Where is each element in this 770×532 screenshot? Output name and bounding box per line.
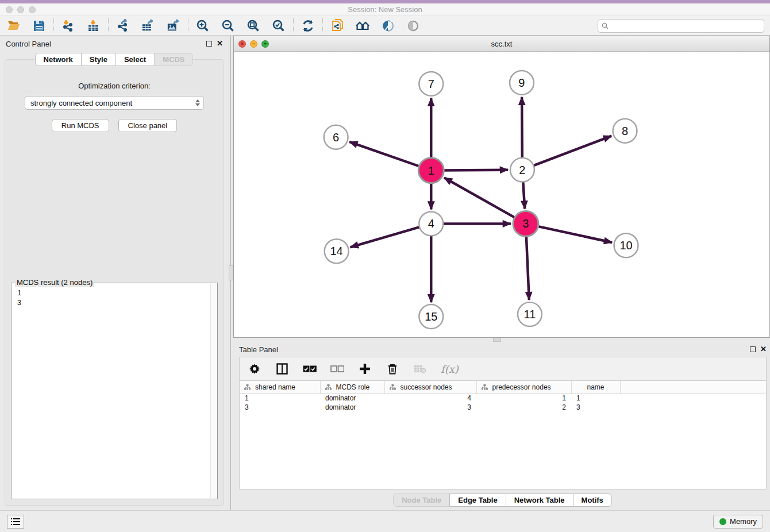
eye-disabled-icon[interactable]: [406, 19, 420, 33]
apply-layout-icon[interactable]: [301, 19, 315, 33]
control-panel-title: Control Panel: [6, 40, 51, 48]
horizontal-splitter[interactable]: [233, 338, 770, 342]
node-14[interactable]: 14: [325, 239, 349, 263]
column-header-name[interactable]: name: [571, 381, 620, 394]
split-columns-icon[interactable]: [275, 362, 289, 376]
tab-network[interactable]: Network: [35, 53, 82, 66]
node-label: 1: [428, 164, 434, 177]
settings-gear-icon[interactable]: [248, 362, 261, 376]
export-image-icon[interactable]: [167, 19, 180, 33]
node-2[interactable]: 2: [510, 158, 534, 182]
network-graph[interactable]: 1234678910111415: [234, 52, 769, 337]
table-row[interactable]: 3dominator323: [240, 403, 766, 412]
network-canvas[interactable]: 1234678910111415: [234, 52, 769, 337]
list-icon: [10, 518, 21, 526]
close-table-panel-icon[interactable]: ✕: [760, 346, 767, 352]
tab-select[interactable]: Select: [116, 53, 155, 66]
cell-predecessor-nodes[interactable]: 2: [476, 403, 571, 412]
node-10[interactable]: 10: [614, 233, 638, 257]
node-9[interactable]: 9: [510, 71, 534, 95]
node-8[interactable]: 8: [613, 119, 637, 143]
cell-successor-nodes[interactable]: 3: [384, 403, 476, 412]
cell-MCDS-role[interactable]: dominator: [320, 403, 384, 412]
cell-MCDS-role[interactable]: dominator: [320, 394, 384, 403]
table-row[interactable]: 1dominator411: [240, 394, 766, 403]
splitter-grip[interactable]: [493, 338, 501, 342]
cell-predecessor-nodes[interactable]: 1: [476, 394, 571, 403]
column-header-successor-nodes[interactable]: successor nodes: [384, 381, 476, 394]
node-label: 7: [428, 78, 434, 90]
add-column-icon[interactable]: [358, 362, 372, 376]
table-tab-motifs[interactable]: Motifs: [573, 494, 612, 507]
cell-successor-nodes[interactable]: 4: [384, 394, 476, 403]
criterion-select[interactable]: strongly connected component: [25, 96, 204, 110]
float-table-panel-icon[interactable]: [750, 346, 756, 352]
node-11[interactable]: 11: [518, 302, 542, 326]
save-icon[interactable]: [32, 19, 46, 33]
search-icon: [602, 22, 609, 29]
zoom-selected-icon[interactable]: [272, 19, 286, 33]
edge-2-9[interactable]: [522, 97, 522, 159]
deselect-checkboxes-icon[interactable]: [330, 362, 344, 376]
cell-shared-name[interactable]: 3: [240, 403, 320, 412]
node-6[interactable]: 6: [324, 125, 348, 149]
close-panel-icon[interactable]: ✕: [217, 41, 223, 47]
main-toolbar: [0, 16, 770, 36]
import-table-icon[interactable]: [87, 19, 101, 33]
table-panel-title: Table Panel: [239, 345, 278, 354]
edge-3-1[interactable]: [444, 178, 516, 218]
tab-style[interactable]: Style: [81, 53, 116, 66]
edge-2-8[interactable]: [533, 136, 612, 166]
export-network-icon[interactable]: [116, 19, 130, 33]
node-15[interactable]: 15: [419, 304, 443, 329]
node-1[interactable]: 1: [418, 158, 444, 183]
open-folder-icon[interactable]: [7, 19, 21, 33]
edge-3-11[interactable]: [526, 235, 529, 300]
edge-4-14[interactable]: [351, 227, 421, 248]
node-4[interactable]: 4: [419, 211, 443, 236]
edge-1-2[interactable]: [442, 170, 508, 171]
splitter-grip[interactable]: [229, 265, 233, 280]
network-document-icon[interactable]: [330, 19, 344, 33]
column-header-shared-name[interactable]: shared name: [240, 381, 320, 394]
select-stepper-icon: [195, 99, 200, 106]
network-window-title: scc.txt: [234, 40, 769, 48]
run-mcds-button[interactable]: Run MCDS: [52, 119, 109, 132]
delete-trash-icon[interactable]: [386, 362, 399, 376]
table-tab-node-table[interactable]: Node Table: [393, 494, 450, 507]
mcds-result-box: MCDS result (2 nodes) 13: [11, 283, 218, 499]
table-tab-edge-table[interactable]: Edge Table: [449, 494, 506, 507]
task-history-button[interactable]: [7, 515, 24, 529]
memory-button[interactable]: Memory: [713, 515, 763, 529]
edge-3-10[interactable]: [537, 226, 612, 242]
column-header-MCDS-role[interactable]: MCDS role: [320, 381, 384, 394]
delete-table-icon: [413, 362, 427, 376]
home-networks-icon[interactable]: [356, 19, 369, 33]
search-field[interactable]: [598, 19, 764, 33]
vertical-splitter[interactable]: [229, 36, 233, 510]
function-builder-icon: f(x): [441, 363, 459, 375]
float-panel-icon[interactable]: [206, 41, 212, 47]
result-scrollbar[interactable]: [210, 284, 217, 498]
cell-name[interactable]: 3: [571, 403, 620, 412]
edge-2-3[interactable]: [523, 181, 525, 209]
table-tab-network-table[interactable]: Network Table: [506, 494, 573, 507]
cell-shared-name[interactable]: 1: [240, 394, 320, 403]
select-all-checkboxes-icon[interactable]: [303, 362, 317, 376]
node-3[interactable]: 3: [513, 211, 538, 236]
column-header-predecessor-nodes[interactable]: predecessor nodes: [476, 381, 571, 394]
zoom-in-icon[interactable]: [196, 19, 210, 33]
close-panel-button[interactable]: Close panel: [118, 119, 178, 132]
zoom-out-icon[interactable]: [221, 19, 235, 33]
zoom-fit-icon[interactable]: [247, 19, 260, 33]
edge-1-6[interactable]: [349, 142, 420, 167]
style-paint-icon[interactable]: [381, 19, 395, 33]
export-table-icon[interactable]: [141, 19, 155, 33]
cell-name[interactable]: 1: [571, 394, 620, 403]
search-input[interactable]: [611, 22, 760, 30]
tab-mcds[interactable]: MCDS: [154, 53, 193, 66]
network-window-titlebar[interactable]: × − + scc.txt: [234, 36, 769, 52]
import-network-icon[interactable]: [61, 19, 75, 33]
node-7[interactable]: 7: [419, 72, 443, 96]
node-table[interactable]: shared nameMCDS rolesuccessor nodesprede…: [239, 381, 767, 489]
